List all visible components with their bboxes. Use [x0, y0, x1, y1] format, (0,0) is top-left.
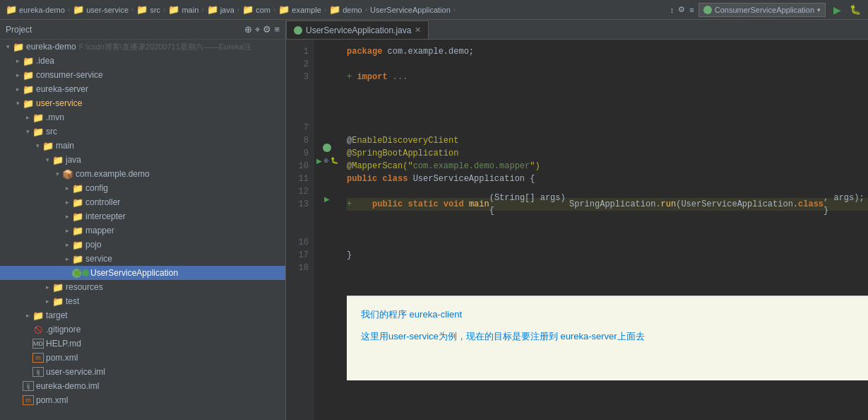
tree-item-root-pom[interactable]: m pom.xml: [0, 393, 285, 407]
tree-item-pojo[interactable]: 📁 pojo: [0, 238, 285, 252]
tree-item-target[interactable]: 📁 target: [0, 308, 285, 322]
breadcrumb-main[interactable]: 📁 main: [168, 4, 198, 15]
folder-icon: 📁: [72, 197, 83, 207]
item-label: service: [85, 254, 112, 264]
item-label: controller: [85, 197, 120, 207]
breadcrumb-user-service[interactable]: 📁 user-service: [73, 4, 129, 15]
spring-gutter-icon: [323, 144, 331, 152]
run-line-icon[interactable]: ▶: [324, 195, 330, 203]
item-label: main: [56, 141, 74, 151]
tree-item-userserviceapp[interactable]: 🌿 UserServiceApplication: [0, 266, 285, 280]
breadcrumb-example[interactable]: 📁 example: [278, 4, 321, 15]
run-gutter-icon[interactable]: ▶: [316, 157, 322, 165]
tree-item-user-service[interactable]: 📁 user-service: [0, 96, 285, 110]
info-line-2: 这里用user-service为例，现在的目标是要注册到 eureka-serv…: [361, 328, 854, 344]
tree-item-src[interactable]: 📁 src: [0, 124, 285, 139]
tree-item-gitignore[interactable]: 🚫 .gitignore: [0, 322, 285, 337]
settings-icon[interactable]: ⚙: [678, 5, 685, 14]
debug-button[interactable]: 🐛: [848, 3, 862, 17]
tree-item-resources[interactable]: 📁 resources: [0, 280, 285, 294]
tree-arrow: [42, 298, 52, 305]
code-line-16: [347, 236, 868, 249]
breadcrumb-java[interactable]: 📁 java: [207, 4, 234, 15]
spring-tab-icon: [294, 26, 302, 35]
filter-icon[interactable]: ≡: [689, 6, 694, 14]
item-label: mapper: [85, 226, 114, 235]
annotation: EnableDiscoveryClient: [352, 134, 458, 147]
tree-item-eureka-server[interactable]: 📁 eureka-server: [0, 82, 285, 96]
code-line-17: }: [347, 249, 868, 262]
tree-item-eureka-demo-iml[interactable]: ij eureka-demo.iml: [0, 379, 285, 393]
settings-icon[interactable]: ⚙: [263, 24, 271, 35]
breadcrumb-demo[interactable]: 📁 demo: [329, 4, 362, 15]
gitignore-icon: 🚫: [32, 325, 44, 334]
tree-item-main[interactable]: 📁 main: [0, 139, 285, 153]
tree-item-idea[interactable]: 📁 .idea: [0, 54, 285, 68]
tree-root[interactable]: 📁 eureka-demo F:\csdn博客\直播课20200711星期六——…: [0, 40, 285, 54]
tree-item-service[interactable]: 📁 service: [0, 252, 285, 266]
item-label: pojo: [85, 240, 102, 250]
tree-item-package[interactable]: 📦 com.example.demo: [0, 167, 285, 181]
tree-arrow: [13, 57, 23, 64]
tree-item-user-service-iml[interactable]: ij user-service.iml: [0, 365, 285, 379]
class-name: UserServiceApplication: [413, 173, 525, 185]
locate-icon[interactable]: ⌖: [255, 24, 260, 35]
item-label: resources: [66, 282, 103, 292]
tree-item-test[interactable]: 📁 test: [0, 294, 285, 308]
info-line-1: 我们的程序 eureka-client: [361, 306, 854, 322]
item-label: user-service: [36, 98, 82, 108]
tab-close-button[interactable]: ✕: [415, 25, 421, 35]
item-label: intercepter: [85, 211, 126, 221]
breadcrumb-sep: ›: [131, 6, 133, 13]
string: com.example.demo.mapper: [413, 160, 530, 173]
tree-item-java[interactable]: 📁 java: [0, 153, 285, 167]
item-label: java: [66, 155, 81, 165]
code-content[interactable]: package com.example.demo; + import ...: [340, 40, 868, 420]
sort-icon[interactable]: ↕: [670, 6, 674, 14]
code-line-5: [347, 96, 868, 109]
module-folder-icon: 📁: [23, 84, 34, 94]
collapse-icon[interactable]: ⊕: [244, 24, 252, 35]
dropdown-arrow-icon: ▾: [817, 6, 821, 13]
item-label: HELP.md: [46, 339, 81, 349]
tree-item-help-md[interactable]: MD HELP.md: [0, 337, 285, 351]
folder-icon: 📁: [136, 4, 148, 15]
breadcrumb-class[interactable]: UserServiceApplication: [370, 6, 451, 14]
tree-arrow: [42, 284, 52, 291]
breadcrumb-com[interactable]: 📁 com: [242, 4, 270, 15]
tree-item-intercepter[interactable]: 📁 intercepter: [0, 209, 285, 223]
line-numbers: 1 2 3 4 5 6 7 8 9 10 11 12 13 14 15 16 1…: [286, 40, 314, 420]
xml-icon: m: [32, 353, 44, 363]
target-folder-icon: 📁: [32, 310, 44, 320]
tree-item-pom[interactable]: m pom.xml: [0, 351, 285, 365]
tree-arrow: [32, 142, 42, 149]
folder-icon: 📁: [72, 211, 83, 221]
code-editor[interactable]: 1 2 3 4 5 6 7 8 9 10 11 12 13 14 15 16 1…: [286, 40, 868, 420]
root-label: eureka-demo: [26, 42, 76, 52]
tree-arrow: [13, 86, 23, 93]
annotation: @MapperScan(": [347, 160, 413, 173]
tree-item-config[interactable]: 📁 config: [0, 181, 285, 195]
run-config-dropdown[interactable]: ConsumerServiceApplication ▾: [698, 3, 826, 17]
tree-item-mapper[interactable]: 📁 mapper: [0, 223, 285, 238]
module-folder-icon: 📁: [23, 98, 34, 108]
sidebar-options-icon[interactable]: ≡: [274, 24, 280, 35]
keyword: public: [372, 198, 408, 211]
folder-icon: 📁: [32, 112, 44, 122]
spring-icon: 🌿: [72, 269, 81, 278]
md-icon: MD: [32, 339, 44, 349]
tree-item-controller[interactable]: 📁 controller: [0, 195, 285, 209]
breadcrumb-src[interactable]: 📁 src: [136, 4, 160, 15]
keyword: class: [382, 173, 412, 185]
tree-arrow: [62, 227, 72, 234]
folder-icon: 📁: [242, 4, 254, 15]
run-button[interactable]: ▶: [830, 3, 844, 17]
breadcrumb-eureka-demo[interactable]: 📁 eureka-demo: [6, 4, 65, 15]
item-label: .mvn: [46, 112, 64, 122]
code-line-11: public class UserServiceApplication {: [347, 173, 868, 185]
editor-tab-userserviceapp[interactable]: UserServiceApplication.java ✕: [286, 21, 429, 39]
tree-item-mvn[interactable]: 📁 .mvn: [0, 110, 285, 124]
tree-arrow: [62, 213, 72, 220]
tree-item-consumer-service[interactable]: 📁 consumer-service: [0, 68, 285, 82]
breadcrumb-sep: ›: [237, 6, 239, 13]
